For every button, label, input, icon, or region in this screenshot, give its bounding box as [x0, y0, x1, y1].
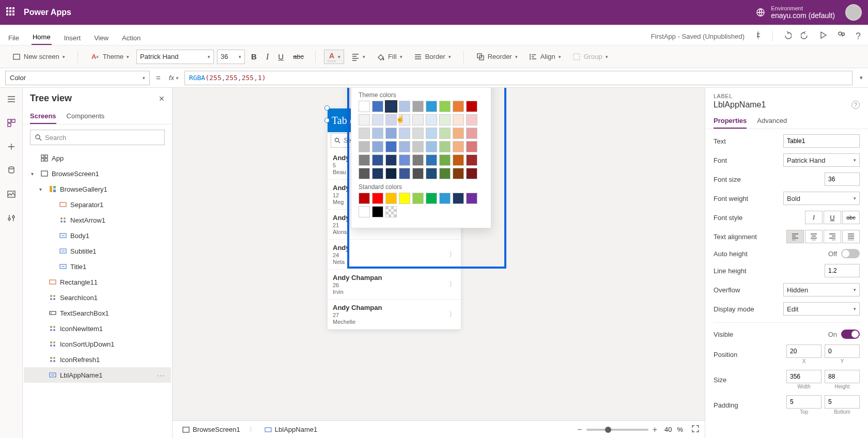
color-swatch[interactable] — [412, 193, 424, 204]
prop-fontweight-select[interactable]: Bold▾ — [783, 192, 860, 205]
color-swatch[interactable] — [399, 193, 410, 204]
redo-button[interactable] — [801, 30, 810, 42]
style-italic-button[interactable]: I — [805, 211, 823, 224]
tree-item[interactable]: Title1 — [24, 259, 171, 274]
color-swatch[interactable] — [372, 154, 383, 166]
align-right-button[interactable] — [824, 230, 841, 243]
tree-item[interactable]: LblAppName1··· — [24, 367, 171, 383]
app-checker-icon[interactable] — [754, 30, 763, 42]
tree-item[interactable]: Separator1 — [24, 197, 171, 212]
align-justify-button[interactable] — [842, 230, 860, 243]
color-swatch[interactable] — [439, 128, 451, 139]
breadcrumb-control[interactable]: LblAppName1 — [260, 423, 322, 436]
color-swatch[interactable] — [359, 128, 370, 139]
color-swatch[interactable] — [372, 114, 383, 126]
color-swatch[interactable] — [372, 193, 383, 204]
color-swatch[interactable] — [399, 154, 410, 166]
environment-picker[interactable]: Environment enayu.com (default) — [755, 5, 835, 20]
style-strike-button[interactable]: abc — [842, 211, 860, 224]
color-swatch[interactable] — [466, 128, 477, 139]
color-swatch[interactable] — [439, 101, 451, 112]
preview-button[interactable] — [819, 31, 828, 41]
color-swatch[interactable] — [466, 193, 477, 204]
pos-x-input[interactable] — [786, 345, 822, 358]
color-swatch[interactable] — [426, 128, 437, 139]
rail-hamburger[interactable] — [5, 93, 18, 105]
color-swatch[interactable] — [385, 101, 397, 112]
menu-view[interactable]: View — [93, 30, 110, 45]
italic-button[interactable]: I — [263, 50, 272, 64]
color-swatch[interactable] — [385, 168, 397, 179]
breadcrumb-screen[interactable]: BrowseScreen1 — [178, 423, 245, 436]
property-selector[interactable]: Color ▾ — [5, 71, 150, 85]
pos-y-input[interactable] — [825, 345, 860, 358]
rail-insert[interactable] — [5, 140, 18, 153]
zoom-out-button[interactable]: − — [577, 425, 582, 434]
prop-tab-properties[interactable]: Properties — [714, 115, 747, 129]
color-swatch[interactable] — [372, 141, 383, 152]
tree-tab-screens[interactable]: Screens — [30, 109, 56, 124]
color-swatch[interactable] — [453, 141, 464, 152]
font-name-select[interactable]: Patrick Hand ▾ — [136, 50, 214, 64]
tree-item[interactable]: Subtitle1 — [24, 243, 171, 259]
zoom-slider[interactable] — [586, 429, 648, 431]
color-swatch[interactable] — [399, 114, 410, 126]
align-button[interactable]: Align ▾ — [525, 51, 565, 63]
color-swatch[interactable] — [426, 154, 437, 166]
autoheight-toggle[interactable] — [841, 249, 860, 258]
color-swatch[interactable] — [426, 114, 437, 126]
tree-item[interactable]: IconSortUpDown1 — [24, 336, 171, 352]
color-swatch[interactable] — [439, 168, 451, 179]
fx-button[interactable]: fx▾ — [167, 74, 180, 82]
width-input[interactable] — [786, 370, 822, 383]
color-swatch[interactable] — [359, 193, 370, 204]
underline-button[interactable]: U — [275, 50, 287, 63]
color-swatch[interactable] — [372, 128, 383, 139]
color-swatch[interactable] — [359, 101, 370, 112]
color-swatch[interactable] — [399, 128, 410, 139]
tree-item[interactable]: SearchIcon1 — [24, 290, 171, 305]
list-item[interactable]: Andy Champan26Irvin〉 — [328, 270, 461, 300]
tree-item[interactable]: IconNewItem1 — [24, 321, 171, 336]
menu-file[interactable]: File — [7, 30, 20, 45]
color-swatch[interactable] — [466, 101, 477, 112]
color-swatch[interactable] — [412, 154, 424, 166]
color-swatch[interactable] — [399, 168, 410, 179]
color-swatch[interactable] — [466, 141, 477, 152]
padding-bottom-input[interactable] — [825, 395, 860, 409]
strikethrough-button[interactable]: abc — [290, 51, 307, 62]
rail-media[interactable] — [5, 188, 18, 200]
color-swatch[interactable] — [439, 154, 451, 166]
rail-data[interactable] — [5, 164, 18, 177]
color-swatch[interactable] — [412, 114, 424, 126]
color-swatch[interactable] — [359, 168, 370, 179]
color-swatch[interactable] — [412, 128, 424, 139]
color-swatch[interactable] — [439, 141, 451, 152]
color-swatch[interactable] — [412, 168, 424, 179]
fill-button[interactable]: Fill ▾ — [373, 51, 407, 63]
canvas-area[interactable]: Table1 Search items Andy5Beau〉Andy12Meg〉… — [173, 88, 705, 438]
prop-lineheight-input[interactable] — [825, 264, 860, 277]
style-underline-button[interactable]: U — [824, 211, 841, 224]
prop-tab-advanced[interactable]: Advanced — [757, 115, 787, 129]
rail-advanced-tools[interactable] — [5, 212, 18, 224]
formula-input[interactable]: RGBA(255, 255, 255, 1) — [184, 71, 853, 85]
prop-displaymode-select[interactable]: Edit▾ — [783, 302, 860, 316]
share-button[interactable] — [837, 30, 846, 42]
info-icon[interactable]: ? — [851, 101, 860, 109]
tree-item[interactable]: TextSearchBox1 — [24, 305, 171, 321]
color-swatch[interactable] — [412, 101, 424, 112]
color-swatch[interactable] — [426, 193, 437, 204]
align-center-button[interactable] — [805, 230, 823, 243]
prop-fontsize-input[interactable] — [825, 173, 860, 186]
tree-item[interactable]: App — [24, 150, 171, 166]
color-swatch[interactable] — [453, 101, 464, 112]
tree-item[interactable]: IconRefresh1 — [24, 352, 171, 367]
theme-button[interactable]: Aa Theme ▾ — [86, 50, 133, 64]
user-avatar[interactable] — [845, 4, 862, 21]
color-swatch[interactable] — [359, 114, 370, 126]
color-swatch[interactable] — [359, 154, 370, 166]
color-swatch[interactable] — [372, 206, 383, 217]
text-align-button[interactable]: ▾ — [347, 51, 369, 63]
color-swatch[interactable] — [359, 141, 370, 152]
